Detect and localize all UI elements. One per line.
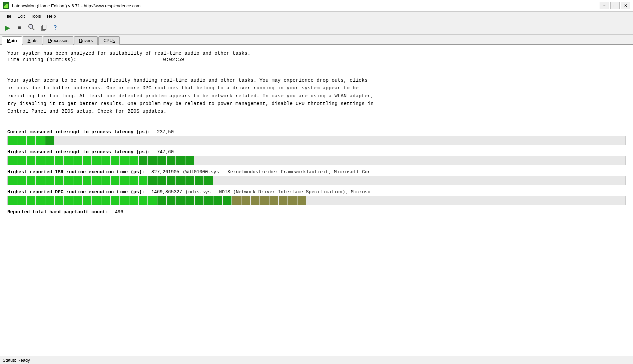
bar-seg [167,156,175,165]
svg-rect-9 [42,25,46,29]
bar-seg [129,196,138,205]
bar-seg [111,156,119,165]
bar-seg [129,156,138,165]
menu-file[interactable]: File [1,12,14,20]
tab-drivers[interactable]: Drivers [74,36,98,45]
status-bar: Status: Ready [0,356,633,364]
bar-seg [195,176,203,185]
divider-2 [7,126,626,126]
svg-rect-1 [4,6,5,8]
metric-value-current: 237,50 [157,129,173,135]
bar-dpc [7,196,626,205]
close-button[interactable]: ✕ [621,2,630,9]
app-title: LatencyMon (Home Edition ) v 6.71 - http… [12,3,140,8]
bar-seg [157,176,166,185]
bar-seg [73,176,82,185]
bar-seg [17,156,26,165]
time-value: 0:02:59 [163,57,184,63]
bar-seg [213,196,222,205]
app-icon [3,2,9,9]
bar-seg [148,156,157,165]
bar-seg [232,196,241,205]
bar-seg [36,176,45,185]
status-text: Status: Ready [3,358,30,363]
analyzed-line: Your system has been analyzed for suitab… [7,51,626,56]
metric-row-pagefault: Reported total hard pagefault count: 496 [7,209,626,215]
metric-row-isr: Highest reported ISR routine execution t… [7,169,626,185]
stop-button[interactable]: ■ [14,22,25,33]
bar-seg [111,176,119,185]
play-button[interactable]: ▶ [2,22,13,33]
stop-icon: ■ [18,25,21,31]
svg-line-6 [32,28,35,30]
bar-fill-isr [8,176,625,185]
bar-seg [17,136,26,145]
bar-seg [92,176,101,185]
bar-seg [139,196,147,205]
tab-stats[interactable]: Stats [23,36,43,45]
bar-seg [120,176,129,185]
bar-seg [8,136,17,145]
minimize-button[interactable]: − [600,2,609,9]
tab-cpus[interactable]: CPUs [98,36,120,45]
bar-fill-dpc [8,196,625,205]
bar-seg [17,196,26,205]
metric-row-current: Current measured interrupt to process la… [7,129,626,145]
svg-rect-3 [6,4,7,8]
bar-seg [36,196,45,205]
bar-seg [45,176,54,185]
metric-value-dpc: 1469,865327 [151,189,182,195]
bar-fill-highest-measured [8,156,625,165]
bar-seg [157,196,166,205]
bar-seg [83,176,91,185]
copy-button[interactable] [38,22,49,33]
menu-tools[interactable]: Tools [28,12,44,20]
title-bar: LatencyMon (Home Edition ) v 6.71 - http… [0,0,633,12]
bar-isr [7,176,626,185]
bar-seg [27,196,35,205]
warning-section: Your system seems to be having difficult… [7,72,626,120]
bar-seg [55,156,63,165]
bar-seg [92,156,101,165]
main-content: Your system has been analyzed for suitab… [0,45,633,356]
tab-main[interactable]: Main [2,36,22,45]
bar-seg [269,196,278,205]
metric-label-highest-measured: Highest measured interrupt to process la… [7,149,150,155]
search-button[interactable] [26,22,37,33]
bar-seg [279,196,287,205]
maximize-button[interactable]: □ [610,2,620,9]
bar-seg [8,196,17,205]
bar-seg [101,196,110,205]
tab-processes[interactable]: Processes [43,36,73,45]
bar-seg [185,156,194,165]
bar-seg [148,196,157,205]
bar-seg [241,196,250,205]
svg-rect-2 [5,5,6,8]
time-label: Time running (h:mm:ss): [7,57,76,63]
bar-seg [73,156,82,165]
bar-seg [27,176,35,185]
bar-seg [101,156,110,165]
toolbar: ▶ ■ ? [0,21,633,35]
metrics-section: Current measured interrupt to process la… [7,129,626,215]
help-button[interactable]: ? [50,22,61,33]
bar-seg [101,176,110,185]
warning-text: Your system seems to be having difficult… [7,77,626,115]
copy-icon [40,24,47,32]
bar-seg [45,196,54,205]
divider-1 [7,68,626,68]
metric-row-dpc: Highest reported DPC routine execution t… [7,189,626,205]
bar-seg [288,196,297,205]
metric-value-highest-measured: 747,60 [157,149,173,155]
tabs: Main Stats Processes Drivers CPUs [0,35,633,45]
bar-seg [139,156,147,165]
metric-label-current: Current measured interrupt to process la… [7,129,150,135]
menu-help[interactable]: Help [44,12,59,20]
help-icon: ? [54,24,57,31]
bar-seg [17,176,26,185]
bar-seg [73,196,82,205]
play-icon: ▶ [5,24,10,32]
bar-seg [27,156,35,165]
menu-edit[interactable]: Edit [14,12,28,20]
bar-seg [185,176,194,185]
